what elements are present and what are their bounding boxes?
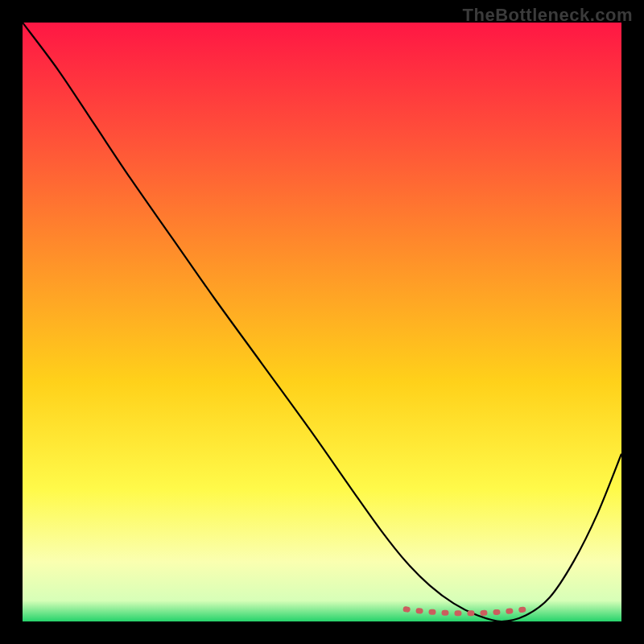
plot-background: [23, 23, 621, 621]
watermark-source: TheBottleneck.com: [463, 5, 633, 26]
chart-frame: TheBottleneck.com: [0, 0, 644, 644]
bottleneck-line-chart: [23, 23, 621, 621]
